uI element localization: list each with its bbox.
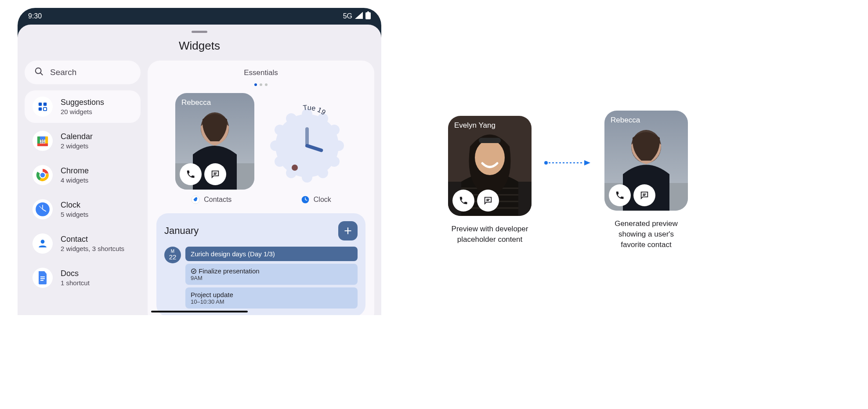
calendar-month: January — [164, 225, 199, 237]
svg-rect-63 — [479, 138, 501, 143]
page-dots[interactable] — [156, 80, 365, 88]
app-sub: 2 widgets, 3 shortcuts — [61, 245, 124, 252]
preview-widget-placeholder: Evelyn Yang — [448, 116, 532, 216]
preview-caption-left: Preview with developer placeholder conte… — [450, 224, 529, 245]
app-name: Docs — [61, 269, 90, 278]
app-sub: 4 widgets — [61, 176, 89, 184]
event-title: Zurich design days (Day 1/3) — [191, 250, 275, 258]
status-time: 9:30 — [28, 12, 42, 20]
network-label: 5G — [343, 12, 352, 20]
svg-point-40 — [270, 140, 281, 151]
event-title: Project update — [191, 291, 352, 298]
app-item-contact[interactable]: Contact 2 widgets, 3 shortcuts — [25, 227, 141, 260]
day-number: 22 — [169, 254, 177, 261]
event-item[interactable]: Finalize presentation 9AM — [185, 264, 358, 285]
svg-point-21 — [41, 240, 45, 244]
svg-rect-7 — [43, 108, 47, 111]
clock-app-icon — [300, 195, 310, 204]
call-button[interactable] — [180, 163, 202, 185]
app-item-docs[interactable]: Docs 1 shortcut — [25, 262, 141, 294]
widgets-panel: Widgets Search Suggestions — [18, 25, 381, 315]
svg-point-2 — [36, 68, 41, 73]
app-item-calendar[interactable]: 31 Calendar 2 widgets — [25, 125, 141, 157]
event-time: 10–10:30 AM — [191, 298, 352, 305]
svg-rect-24 — [40, 280, 43, 281]
search-icon — [34, 67, 44, 79]
message-button[interactable] — [633, 184, 655, 206]
app-sub: 1 shortcut — [61, 279, 90, 287]
calendar-widget[interactable]: January M 22 Zurich design days (Day 1/ — [156, 213, 365, 315]
svg-point-36 — [318, 168, 328, 178]
svg-point-37 — [302, 172, 312, 183]
nav-bar[interactable] — [151, 311, 248, 312]
event-item[interactable]: Project update 10–10:30 AM — [185, 287, 358, 309]
contacts-label: Contacts — [204, 196, 231, 204]
drag-handle[interactable] — [192, 31, 207, 33]
contacts-app-icon — [191, 195, 200, 204]
contact-name: Rebecca — [181, 98, 211, 107]
arrow-icon — [544, 160, 592, 166]
svg-point-66 — [544, 161, 548, 165]
svg-line-3 — [40, 72, 43, 75]
clock-icon — [33, 199, 53, 219]
svg-point-42 — [286, 113, 297, 124]
device-frame: 9:30 5G Widgets Search — [18, 8, 381, 315]
chrome-icon — [33, 165, 53, 185]
message-button[interactable] — [477, 190, 499, 212]
svg-rect-0 — [365, 12, 371, 19]
docs-icon — [33, 268, 53, 288]
preview-caption-right: Generated preview showing a user's favor… — [607, 219, 686, 250]
event-item[interactable]: Zurich design days (Day 1/3) — [185, 247, 358, 261]
call-button[interactable] — [609, 184, 631, 206]
search-placeholder: Search — [50, 68, 76, 77]
svg-point-41 — [275, 125, 285, 135]
add-event-button[interactable] — [338, 221, 358, 240]
suggestions-icon — [33, 97, 53, 117]
svg-rect-43 — [305, 127, 309, 146]
clock-day: Tue — [303, 104, 316, 112]
calendar-icon: 31 — [33, 131, 53, 151]
svg-rect-1 — [367, 11, 369, 13]
contacts-label-row: Contacts — [191, 195, 231, 204]
svg-point-34 — [333, 140, 344, 151]
contact-name: Evelyn Yang — [454, 121, 495, 130]
app-item-chrome[interactable]: Chrome 4 widgets — [25, 159, 141, 191]
essentials-panel: Essentials — [148, 61, 374, 315]
svg-rect-23 — [40, 278, 45, 279]
search-input[interactable]: Search — [25, 61, 141, 84]
event-title: Finalize presentation — [199, 267, 259, 275]
svg-point-45 — [292, 165, 298, 171]
app-list: Suggestions 20 widgets 31 Calendar 2 wid… — [25, 90, 141, 294]
status-bar: 9:30 5G — [18, 8, 381, 25]
app-name: Clock — [61, 201, 88, 210]
event-time: 9AM — [191, 275, 352, 281]
svg-rect-6 — [39, 108, 42, 111]
app-name: Calendar — [61, 132, 93, 141]
svg-point-35 — [329, 156, 340, 167]
svg-text:31: 31 — [40, 139, 45, 144]
app-sub: 20 widgets — [61, 108, 104, 115]
app-name: Contact — [61, 235, 124, 244]
battery-icon — [365, 11, 371, 21]
signal-icon — [355, 12, 363, 21]
message-button[interactable] — [204, 163, 226, 185]
svg-point-62 — [475, 140, 505, 175]
app-sub: 5 widgets — [61, 211, 88, 218]
clock-label-row: Clock — [300, 195, 331, 204]
svg-rect-22 — [40, 276, 45, 277]
svg-point-39 — [275, 156, 285, 167]
call-button[interactable] — [452, 190, 474, 212]
app-item-clock[interactable]: Clock 5 widgets — [25, 193, 141, 226]
date-badge: M 22 — [164, 247, 181, 263]
contact-name: Rebecca — [611, 116, 640, 125]
app-name: Chrome — [61, 166, 89, 176]
clock-widget[interactable]: Tue 19 — [268, 93, 347, 190]
panel-title: Widgets — [18, 39, 381, 53]
app-name: Suggestions — [61, 98, 104, 107]
app-item-suggestions[interactable]: Suggestions 20 widgets — [25, 90, 141, 123]
preview-comparison: Evelyn Yang Preview with developer place… — [448, 111, 688, 250]
clock-label: Clock — [314, 196, 331, 204]
svg-rect-5 — [43, 103, 47, 106]
contact-widget[interactable]: Rebecca — [175, 93, 254, 190]
preview-widget-generated: Rebecca — [604, 111, 688, 211]
